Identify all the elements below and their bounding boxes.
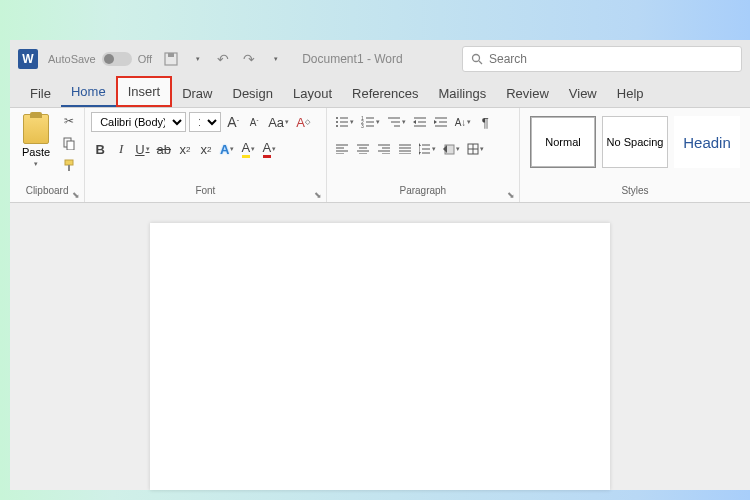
svg-marker-24 bbox=[413, 120, 416, 124]
autosave-toggle[interactable] bbox=[102, 52, 132, 66]
titlebar: W AutoSave Off ↶ ↷ Document1 - Word bbox=[10, 40, 750, 78]
svg-point-10 bbox=[336, 121, 338, 123]
svg-marker-48 bbox=[419, 143, 421, 146]
bullets-button[interactable] bbox=[333, 112, 356, 132]
svg-point-2 bbox=[473, 55, 480, 62]
style-heading[interactable]: Headin bbox=[674, 116, 740, 168]
tab-help[interactable]: Help bbox=[607, 80, 654, 107]
save-icon[interactable] bbox=[162, 50, 180, 68]
qat-more-icon[interactable] bbox=[266, 50, 284, 68]
word-window: W AutoSave Off ↶ ↷ Document1 - Word File… bbox=[10, 40, 750, 490]
grow-font-button[interactable]: Aˆ bbox=[224, 112, 242, 132]
svg-rect-1 bbox=[168, 53, 174, 57]
justify-button[interactable] bbox=[396, 139, 414, 159]
quick-access-toolbar: ↶ ↷ bbox=[162, 50, 284, 68]
paragraph-group: 123 A↓ ¶ Paragraph ⬊ bbox=[327, 108, 520, 202]
font-name-select[interactable]: Calibri (Body) bbox=[91, 112, 186, 132]
svg-rect-5 bbox=[67, 141, 74, 150]
copy-icon[interactable] bbox=[60, 134, 78, 152]
styles-group-label: Styles bbox=[526, 185, 744, 198]
clear-formatting-button[interactable]: A◇ bbox=[294, 112, 312, 132]
style-normal[interactable]: Normal bbox=[530, 116, 596, 168]
align-right-button[interactable] bbox=[375, 139, 393, 159]
autosave-state: Off bbox=[138, 53, 152, 65]
search-icon bbox=[471, 53, 483, 65]
align-left-button[interactable] bbox=[333, 139, 351, 159]
line-spacing-button[interactable] bbox=[417, 139, 438, 159]
qat-dropdown-icon[interactable] bbox=[188, 50, 206, 68]
font-size-select[interactable]: 11 bbox=[189, 112, 221, 132]
highlight-button[interactable]: A bbox=[239, 139, 257, 159]
font-launcher-icon[interactable]: ⬊ bbox=[314, 190, 322, 200]
cut-icon[interactable]: ✂ bbox=[60, 112, 78, 130]
tab-file[interactable]: File bbox=[20, 80, 61, 107]
autosave-group: AutoSave Off bbox=[48, 52, 152, 66]
paste-label: Paste bbox=[22, 146, 50, 158]
font-color-button[interactable]: A bbox=[260, 139, 278, 159]
italic-button[interactable]: I bbox=[112, 139, 130, 159]
chevron-down-icon: ▾ bbox=[34, 160, 38, 168]
svg-rect-6 bbox=[65, 160, 73, 165]
increase-indent-button[interactable] bbox=[432, 112, 450, 132]
autosave-label: AutoSave bbox=[48, 53, 96, 65]
borders-button[interactable] bbox=[465, 139, 486, 159]
clipboard-group-label: Clipboard bbox=[16, 185, 78, 198]
font-group-label: Font bbox=[91, 185, 320, 198]
superscript-button[interactable]: x2 bbox=[197, 139, 215, 159]
search-input[interactable] bbox=[489, 52, 733, 66]
clipboard-group: Paste ▾ ✂ Clipboard ⬊ bbox=[10, 108, 85, 202]
shading-button[interactable] bbox=[441, 139, 462, 159]
paste-button[interactable]: Paste ▾ bbox=[16, 112, 56, 170]
sort-button[interactable]: A↓ bbox=[453, 112, 474, 132]
redo-icon[interactable]: ↷ bbox=[240, 50, 258, 68]
svg-marker-28 bbox=[434, 120, 437, 124]
tab-mailings[interactable]: Mailings bbox=[429, 80, 497, 107]
style-no-spacing[interactable]: No Spacing bbox=[602, 116, 668, 168]
show-paragraph-marks-button[interactable]: ¶ bbox=[476, 112, 494, 132]
clipboard-icon bbox=[23, 114, 49, 144]
strikethrough-button[interactable]: ab bbox=[155, 139, 173, 159]
ribbon: Paste ▾ ✂ Clipboard ⬊ Calibri (Body) 11 … bbox=[10, 108, 750, 203]
document-area bbox=[10, 203, 750, 490]
text-effects-button[interactable]: A bbox=[218, 139, 236, 159]
tab-home[interactable]: Home bbox=[61, 78, 116, 107]
font-group: Calibri (Body) 11 Aˆ Aˇ Aa A◇ B I U ab x… bbox=[85, 108, 327, 202]
tab-insert[interactable]: Insert bbox=[116, 76, 173, 107]
svg-text:3: 3 bbox=[361, 123, 364, 128]
styles-group: Normal No Spacing Headin Styles bbox=[520, 108, 750, 202]
clipboard-launcher-icon[interactable]: ⬊ bbox=[72, 190, 80, 200]
shrink-font-button[interactable]: Aˇ bbox=[245, 112, 263, 132]
multilevel-list-button[interactable] bbox=[385, 112, 408, 132]
undo-icon[interactable]: ↶ bbox=[214, 50, 232, 68]
decrease-indent-button[interactable] bbox=[411, 112, 429, 132]
svg-line-3 bbox=[479, 61, 482, 64]
tab-review[interactable]: Review bbox=[496, 80, 559, 107]
search-box[interactable] bbox=[462, 46, 742, 72]
document-title: Document1 - Word bbox=[302, 52, 402, 66]
bold-button[interactable]: B bbox=[91, 139, 109, 159]
change-case-button[interactable]: Aa bbox=[266, 112, 291, 132]
ribbon-tabs: File Home Insert Draw Design Layout Refe… bbox=[10, 78, 750, 108]
paragraph-launcher-icon[interactable]: ⬊ bbox=[507, 190, 515, 200]
document-page[interactable] bbox=[150, 223, 610, 490]
svg-point-12 bbox=[336, 125, 338, 127]
word-app-icon: W bbox=[18, 49, 38, 69]
svg-point-8 bbox=[336, 117, 338, 119]
tab-design[interactable]: Design bbox=[223, 80, 283, 107]
tab-view[interactable]: View bbox=[559, 80, 607, 107]
paragraph-group-label: Paragraph bbox=[333, 185, 513, 198]
format-painter-icon[interactable] bbox=[60, 156, 78, 174]
tab-draw[interactable]: Draw bbox=[172, 80, 222, 107]
align-center-button[interactable] bbox=[354, 139, 372, 159]
numbering-button[interactable]: 123 bbox=[359, 112, 382, 132]
subscript-button[interactable]: x2 bbox=[176, 139, 194, 159]
underline-button[interactable]: U bbox=[133, 139, 151, 159]
tab-layout[interactable]: Layout bbox=[283, 80, 342, 107]
tab-references[interactable]: References bbox=[342, 80, 428, 107]
svg-marker-49 bbox=[419, 152, 421, 155]
